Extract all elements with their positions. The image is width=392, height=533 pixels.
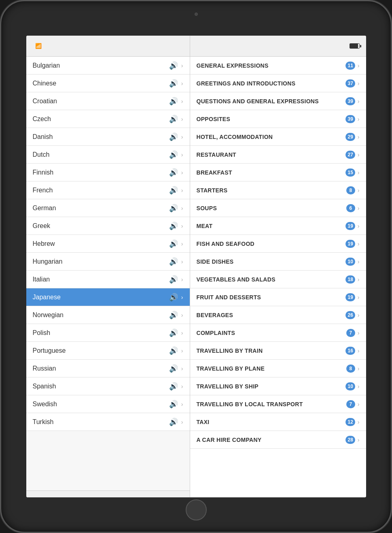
- home-button[interactable]: [186, 499, 207, 520]
- list-item[interactable]: French 🔊 ›: [26, 181, 190, 199]
- category-item[interactable]: FISH AND SEAFOOD 19 ›: [190, 235, 366, 253]
- chevron-right-icon: ›: [181, 98, 183, 104]
- list-item[interactable]: Italian 🔊 ›: [26, 271, 190, 288]
- list-item[interactable]: Spanish 🔊 ›: [26, 377, 190, 395]
- sound-icon[interactable]: 🔊: [169, 293, 178, 302]
- sound-icon[interactable]: 🔊: [169, 222, 178, 230]
- category-item[interactable]: VEGETABLES AND SALADS 18 ›: [190, 271, 366, 288]
- language-label: Norwegian: [33, 311, 169, 319]
- category-item[interactable]: BREAKFAST 15 ›: [190, 164, 366, 181]
- sound-icon[interactable]: 🔊: [169, 186, 178, 195]
- category-label: HOTEL, ACCOMMODATION: [197, 134, 346, 140]
- language-list: Bulgarian 🔊 › Chinese 🔊 › Croatian 🔊 › C…: [26, 57, 190, 490]
- category-item[interactable]: MEAT 19 ›: [190, 217, 366, 235]
- list-item[interactable]: Croatian 🔊 ›: [26, 92, 190, 110]
- list-item[interactable]: Dutch 🔊 ›: [26, 146, 190, 164]
- category-item[interactable]: A CAR HIRE COMPANY 28 ›: [190, 431, 366, 449]
- chevron-right-icon: ›: [358, 258, 360, 265]
- category-label: VEGETABLES AND SALADS: [197, 276, 346, 283]
- language-label: Hungarian: [33, 258, 169, 265]
- sound-icon[interactable]: 🔊: [169, 328, 178, 337]
- list-item[interactable]: Russian 🔊 ›: [26, 360, 190, 377]
- chevron-right-icon: ›: [358, 80, 360, 87]
- category-item[interactable]: COMPLAINTS 7 ›: [190, 324, 366, 342]
- language-label: Danish: [33, 133, 169, 141]
- category-item[interactable]: TRAVELLING BY TRAIN 16 ›: [190, 342, 366, 360]
- category-label: TRAVELLING BY SHIP: [197, 383, 346, 390]
- category-badge: 8: [346, 186, 355, 194]
- category-label: RESTAURANT: [197, 151, 346, 158]
- sound-icon[interactable]: 🔊: [169, 204, 178, 213]
- category-item[interactable]: FRUIT AND DESSERTS 19 ›: [190, 288, 366, 306]
- chevron-right-icon: ›: [181, 80, 183, 87]
- language-label: Polish: [33, 329, 169, 337]
- category-badge: 6: [346, 204, 355, 212]
- category-item[interactable]: OPPOSITES 39 ›: [190, 110, 366, 128]
- category-item[interactable]: GREETINGS AND INTRODUCTIONS 37 ›: [190, 75, 366, 92]
- category-label: TRAVELLING BY PLANE: [197, 365, 346, 372]
- list-item[interactable]: Turkish 🔊 ›: [26, 413, 190, 431]
- sound-icon[interactable]: 🔊: [169, 79, 178, 88]
- category-badge: 19: [345, 240, 355, 248]
- list-item[interactable]: Finnish 🔊 ›: [26, 164, 190, 181]
- list-item[interactable]: Swedish 🔊 ›: [26, 395, 190, 413]
- sound-icon[interactable]: 🔊: [169, 364, 178, 373]
- sound-icon[interactable]: 🔊: [169, 168, 178, 177]
- sound-icon[interactable]: 🔊: [169, 346, 178, 355]
- list-item[interactable]: Portuguese 🔊 ›: [26, 342, 190, 360]
- chevron-right-icon: ›: [181, 205, 183, 211]
- list-item[interactable]: Hebrew 🔊 ›: [26, 235, 190, 253]
- list-item[interactable]: Japanese 🔊 ›: [26, 288, 190, 306]
- sound-icon[interactable]: 🔊: [169, 311, 178, 320]
- category-item[interactable]: TRAVELLING BY PLANE 8 ›: [190, 360, 366, 377]
- sound-icon[interactable]: 🔊: [169, 400, 178, 409]
- list-item[interactable]: Chinese 🔊 ›: [26, 75, 190, 92]
- chevron-right-icon: ›: [358, 401, 360, 407]
- sound-icon[interactable]: 🔊: [169, 239, 178, 248]
- list-item[interactable]: Danish 🔊 ›: [26, 128, 190, 146]
- list-item[interactable]: Greek 🔊 ›: [26, 217, 190, 235]
- sound-icon[interactable]: 🔊: [169, 257, 178, 266]
- sound-icon[interactable]: 🔊: [169, 275, 178, 284]
- list-item[interactable]: Bulgarian 🔊 ›: [26, 57, 190, 75]
- right-pane: GENERAL EXPRESSIONS 11 › GREETINGS AND I…: [190, 36, 366, 497]
- sound-icon[interactable]: 🔊: [169, 115, 178, 124]
- category-item[interactable]: BEVERAGES 26 ›: [190, 306, 366, 324]
- list-item[interactable]: Norwegian 🔊 ›: [26, 306, 190, 324]
- list-item[interactable]: Polish 🔊 ›: [26, 324, 190, 342]
- category-item[interactable]: GENERAL EXPRESSIONS 11 ›: [190, 57, 366, 75]
- chevron-right-icon: ›: [358, 241, 360, 247]
- category-item[interactable]: TAXI 12 ›: [190, 413, 366, 431]
- category-item[interactable]: STARTERS 8 ›: [190, 181, 366, 199]
- chevron-right-icon: ›: [358, 383, 360, 390]
- sound-icon[interactable]: 🔊: [169, 132, 178, 141]
- category-item[interactable]: SOUPS 6 ›: [190, 199, 366, 217]
- sound-icon[interactable]: 🔊: [169, 97, 178, 106]
- category-label: OPPOSITES: [197, 116, 346, 122]
- sound-icon[interactable]: 🔊: [169, 61, 178, 70]
- chevron-right-icon: ›: [358, 98, 360, 104]
- chevron-right-icon: ›: [358, 330, 360, 336]
- chevron-right-icon: ›: [358, 419, 360, 425]
- category-badge: 27: [345, 151, 355, 159]
- category-label: STARTERS: [197, 187, 346, 194]
- category-label: TAXI: [197, 419, 346, 425]
- sound-icon[interactable]: 🔊: [169, 150, 178, 159]
- category-badge: 19: [345, 222, 355, 230]
- list-item[interactable]: German 🔊 ›: [26, 199, 190, 217]
- category-item[interactable]: QUESTIONS AND GENERAL EXPRESSIONS 39 ›: [190, 92, 366, 110]
- category-item[interactable]: RESTAURANT 27 ›: [190, 146, 366, 164]
- list-item[interactable]: Czech 🔊 ›: [26, 110, 190, 128]
- chevron-right-icon: ›: [181, 348, 183, 354]
- category-item[interactable]: TRAVELLING BY LOCAL TRANSPORT 7 ›: [190, 395, 366, 413]
- category-item[interactable]: SIDE DISHES 10 ›: [190, 253, 366, 271]
- chevron-right-icon: ›: [358, 134, 360, 140]
- category-item[interactable]: TRAVELLING BY SHIP 10 ›: [190, 377, 366, 395]
- sound-icon[interactable]: 🔊: [169, 418, 178, 426]
- category-badge: 8: [346, 365, 355, 373]
- chevron-right-icon: ›: [358, 205, 360, 211]
- language-label: Japanese: [33, 294, 169, 301]
- category-item[interactable]: HOTEL, ACCOMMODATION 29 ›: [190, 128, 366, 146]
- list-item[interactable]: Hungarian 🔊 ›: [26, 253, 190, 271]
- sound-icon[interactable]: 🔊: [169, 382, 178, 391]
